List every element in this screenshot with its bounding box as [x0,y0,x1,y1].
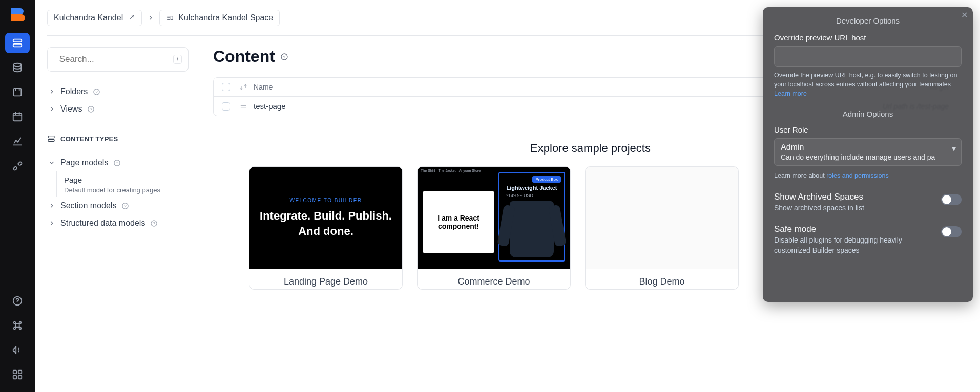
card-react-block: I am a React component! [423,191,494,253]
card-head: Integrate. Build. Publish. And done. [255,208,397,238]
drag-handle-icon[interactable] [236,103,251,110]
dev-title: Developer Options [774,16,962,25]
archived-toggle[interactable] [941,194,962,205]
admin-label: Admin Options [774,110,962,118]
sidebar-data-models[interactable]: Structured data models ? [47,214,189,232]
svg-rect-4 [13,114,22,121]
svg-rect-7 [13,371,16,374]
user-role-select[interactable]: Admin Can do everything include manage u… [774,138,962,166]
nav-calendar-icon[interactable] [5,106,30,127]
role-value: Admin [781,143,955,152]
nav-help-icon[interactable] [5,291,30,311]
sidebar-page-models-label: Page models [60,158,108,167]
card-title: Blog Demo [586,269,738,289]
svg-rect-1 [13,44,22,47]
col-name[interactable]: Name [251,83,764,91]
nav-plugins-icon[interactable] [5,156,30,176]
svg-rect-9 [13,376,16,379]
sidebar-folders[interactable]: Folders ? [47,83,189,100]
override-help: Override the preview URL host, e.g. to e… [774,71,962,98]
svg-rect-8 [18,371,22,374]
archived-title: Show Archived Spaces [774,192,864,202]
help-icon[interactable]: ? [280,53,288,61]
row-name: test-page [251,102,764,111]
space-icon [166,14,174,22]
svg-point-6 [17,303,17,303]
nav-assets-icon[interactable] [5,82,30,102]
external-link-icon [127,14,135,22]
override-input[interactable] [774,46,962,67]
model-page-name: Page [64,176,183,184]
help-icon: ? [150,220,158,227]
svg-rect-10 [18,376,22,379]
roles-learn: Learn more about roles and permissions [774,171,962,180]
breadcrumb-org-label: Kulchandra Kandel [54,13,123,23]
nav-rail [0,0,35,392]
nav-shortcuts-icon[interactable] [5,315,30,336]
search-input-wrap[interactable]: / [47,47,189,72]
search-icon [54,55,54,64]
safe-title: Safe mode [774,224,935,234]
nav-data-icon[interactable] [5,57,30,78]
roles-link[interactable]: roles and permissions [826,172,889,179]
help-icon: ? [121,202,129,210]
content-types-icon [47,135,55,143]
card-title: Landing Page Demo [249,269,402,289]
nav-apps-icon[interactable] [5,364,30,385]
svg-text:?: ? [124,204,127,208]
chevron-right-icon [48,88,55,95]
card-landing-page[interactable]: WELCOME TO BUILDER Integrate. Build. Pub… [249,166,403,290]
chevron-right-icon [48,220,55,227]
card-blog[interactable]: Blog Demo [585,166,739,290]
archived-desc: Show archived spaces in list [774,203,864,213]
model-page[interactable]: Page Default model for creating pages [56,171,189,197]
chevron-right-icon [48,202,55,209]
card-title: Commerce Demo [418,269,570,289]
archived-toggle-row: Show Archived Spaces Show archived space… [774,192,962,213]
override-label: Override preview URL host [774,33,962,42]
svg-rect-0 [13,39,22,42]
sidebar-views[interactable]: Views ? [47,100,189,118]
breadcrumb-org[interactable]: Kulchandra Kandel [47,10,142,26]
card-preview: The ShirtThe JacketAnyone Store I am a R… [418,167,570,269]
card-commerce[interactable]: The ShirtThe JacketAnyone Store I am a R… [417,166,571,290]
left-column: / Folders ? Views ? CONTENT TYPES [47,36,201,392]
learn-more-link[interactable]: Learn more [774,90,807,97]
search-kbd: / [173,55,182,64]
close-icon[interactable]: ✕ [961,10,968,20]
role-desc: Can do everything include manage users a… [781,153,955,161]
svg-text:?: ? [116,161,118,165]
checkbox-all[interactable] [222,83,230,91]
content-types-label: CONTENT TYPES [47,135,189,143]
safe-desc: Disable all plugins for debugging heavil… [774,235,935,255]
card-product-box: Product Box Lightweight Jacket $149.99 U… [498,172,565,262]
svg-text:?: ? [153,221,155,226]
chevron-down-icon: ▾ [952,144,956,154]
sort-icon[interactable] [236,83,251,91]
svg-text:?: ? [90,107,92,112]
safe-toggle-row: Safe mode Disable all plugins for debugg… [774,224,962,255]
card-top-nav: The ShirtThe JacketAnyone Store [421,169,567,172]
chevron-down-icon [48,159,55,166]
nav-announce-icon[interactable] [5,340,30,360]
chevron-right-icon [48,105,55,113]
model-page-desc: Default model for creating pages [64,186,183,194]
breadcrumb-space-label: Kulchandra Kandel Space [178,13,273,23]
checkbox-row[interactable] [222,102,230,111]
sidebar-section-models[interactable]: Section models ? [47,197,189,214]
breadcrumb-space[interactable]: Kulchandra Kandel Space [159,10,280,26]
sidebar-page-models[interactable]: Page models ? [47,154,189,171]
builder-logo[interactable] [8,5,27,24]
nav-content-icon[interactable] [5,33,30,53]
sidebar-data-models-label: Structured data models [60,219,145,228]
help-icon: ? [87,105,95,113]
help-icon: ? [93,88,100,96]
card-product-name: Lightweight Jacket [506,185,557,191]
card-preview [586,167,738,269]
help-icon: ? [113,159,121,167]
safe-toggle[interactable] [941,226,962,237]
search-input[interactable] [59,54,168,64]
nav-insights-icon[interactable] [5,131,30,151]
svg-text:?: ? [96,90,98,94]
dev-options-panel: ✕ Developer Options Override preview URL… [763,7,973,302]
